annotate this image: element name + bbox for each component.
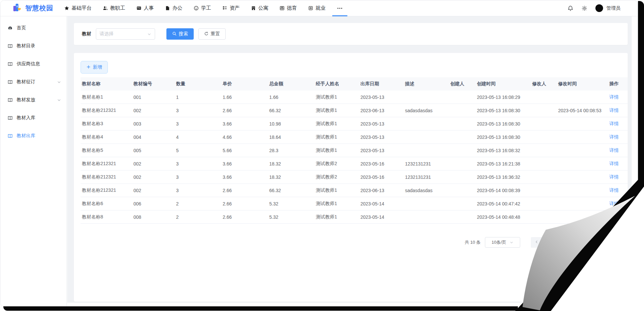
textbook-select[interactable]: 请选择 bbox=[96, 28, 155, 40]
detail-link[interactable]: 详情 bbox=[609, 187, 619, 193]
nav-item-学工[interactable]: 学工 bbox=[191, 0, 214, 16]
nav-item-公寓[interactable]: 公寓 bbox=[248, 0, 271, 16]
table-cell: 2.66 bbox=[221, 197, 268, 210]
table-cell bbox=[531, 144, 557, 157]
table-cell: 2023-05-13 16:21:38 bbox=[476, 157, 531, 170]
sidebar-item-教材发放[interactable]: 教材发放 bbox=[0, 91, 67, 109]
sidebar-item-教材出库[interactable]: 教材出库 bbox=[0, 127, 67, 145]
table-cell: 教材名称212321 bbox=[81, 157, 132, 170]
table-cell: 测试教师1 bbox=[315, 104, 359, 117]
book-icon bbox=[8, 116, 13, 121]
column-header-单价: 单价 bbox=[221, 77, 268, 91]
table-cell: 002 bbox=[132, 170, 175, 184]
sidebar-item-教材征订[interactable]: 教材征订 bbox=[0, 73, 67, 91]
table-cell-actions: 详情 bbox=[608, 144, 628, 157]
user-name[interactable]: 管理员 bbox=[606, 5, 620, 11]
column-header-教材编号: 教材编号 bbox=[132, 77, 175, 91]
sidebar-item-教材入库[interactable]: 教材入库 bbox=[0, 109, 67, 127]
table-cell: 测试教师1 bbox=[315, 184, 359, 197]
detail-link[interactable]: 详情 bbox=[609, 121, 619, 126]
table-cell: 001 bbox=[132, 91, 175, 104]
table-cell bbox=[404, 117, 449, 131]
detail-link[interactable]: 详情 bbox=[609, 148, 619, 153]
nav-item-教职工[interactable]: 教职工 bbox=[100, 0, 128, 16]
table-cell: 教材名称6 bbox=[81, 197, 132, 210]
table-row: 教材名称21232100232.6666.32测试教师12023-06-13sa… bbox=[81, 104, 628, 117]
sidebar-item-供应商信息[interactable]: 供应商信息 bbox=[0, 55, 67, 73]
table-cell: 测试教师1 bbox=[315, 131, 359, 144]
sidebar-item-教材目录[interactable]: 教材目录 bbox=[0, 37, 67, 55]
brand-name: 智慧校园 bbox=[25, 4, 53, 13]
table-cell-actions: 详情 bbox=[608, 184, 628, 197]
nav-item-label: 公寓 bbox=[258, 5, 268, 11]
table-cell: 2023-05-13 bbox=[359, 117, 404, 131]
table-cell: 66.32 bbox=[268, 104, 315, 117]
nav-item-就业[interactable]: 就业 bbox=[306, 0, 328, 16]
gear-icon[interactable] bbox=[581, 5, 587, 11]
search-button[interactable]: 搜索 bbox=[166, 28, 194, 40]
table-cell: 2023-05-14 00:47:42 bbox=[476, 197, 531, 210]
table-cell bbox=[557, 144, 608, 157]
table-card: 新增 教材名称教材编号数量单价总金额经手人姓名出库日期描述创建人创建时间修改人修… bbox=[74, 53, 628, 302]
table-cell: 004 bbox=[132, 131, 175, 144]
table-cell bbox=[531, 131, 557, 144]
table-cell: 2023-06-13 bbox=[359, 184, 404, 197]
detail-link[interactable]: 详情 bbox=[609, 94, 619, 100]
table-cell: 003 bbox=[132, 117, 175, 131]
book-icon bbox=[8, 134, 13, 139]
reset-button[interactable]: 重置 bbox=[198, 28, 226, 40]
nav-item-label: 教职工 bbox=[110, 5, 125, 11]
idcard-icon bbox=[136, 6, 141, 11]
table-cell bbox=[557, 157, 608, 170]
table-cell bbox=[449, 104, 476, 117]
brand-logo: 智慧校园 bbox=[12, 3, 53, 14]
brand-logo-icon bbox=[12, 3, 22, 14]
table-row: 教材名称21232100233.6618.32测试教师22023-05-1612… bbox=[81, 170, 628, 184]
detail-link[interactable]: 详情 bbox=[609, 134, 619, 140]
table-cell bbox=[531, 170, 557, 184]
page-size-value: 10条/页 bbox=[492, 239, 506, 245]
detail-link[interactable]: 详情 bbox=[609, 214, 619, 219]
table-cell: 2.66 bbox=[221, 210, 268, 224]
briefcase-icon bbox=[308, 6, 313, 11]
nav-item-德育[interactable]: 德育 bbox=[277, 0, 300, 16]
prev-page-button[interactable] bbox=[531, 237, 542, 248]
table-cell bbox=[531, 117, 557, 131]
detail-link[interactable]: 详情 bbox=[609, 174, 619, 179]
nav-item-办公[interactable]: 办公 bbox=[162, 0, 185, 16]
sidebar-item-label: 供应商信息 bbox=[17, 61, 40, 67]
table-cell: 2023-05-14 00:08:53 bbox=[557, 104, 608, 117]
add-button[interactable]: 新增 bbox=[81, 61, 108, 74]
table-cell-actions: 详情 bbox=[608, 170, 628, 184]
sidebar-item-首页[interactable]: 首页 bbox=[0, 19, 67, 37]
table-cell-actions: 详情 bbox=[608, 197, 628, 210]
nav-item-资产[interactable]: 资产 bbox=[220, 0, 242, 16]
table-row: 教材名称21232100232.6666.32测试教师12023-06-13sa… bbox=[81, 184, 628, 197]
nav-item-基础平台[interactable]: 基础平台 bbox=[62, 0, 94, 16]
table-cell: 4 bbox=[175, 131, 221, 144]
table-cell bbox=[531, 210, 557, 224]
table-cell: 18.32 bbox=[268, 157, 315, 170]
nav-item-label: 资产 bbox=[230, 5, 240, 11]
nav-item-人事[interactable]: 人事 bbox=[134, 0, 156, 16]
chevron-down-icon bbox=[57, 80, 61, 84]
detail-link[interactable]: 详情 bbox=[609, 161, 619, 166]
table-row: 教材名称800822.665.32测试教师12023-05-142023-05-… bbox=[81, 210, 628, 224]
bell-icon[interactable] bbox=[567, 5, 573, 11]
more-dots-icon bbox=[337, 5, 343, 11]
refresh-icon bbox=[204, 31, 209, 37]
table-cell bbox=[449, 91, 476, 104]
table-row: 教材名称21232100233.6618.32测试教师22023-05-1612… bbox=[81, 157, 628, 170]
user-avatar[interactable] bbox=[595, 4, 603, 12]
table-cell: 测试教师1 bbox=[315, 91, 359, 104]
nav-item-label: 人事 bbox=[144, 5, 154, 11]
table-header-row: 教材名称教材编号数量单价总金额经手人姓名出库日期描述创建人创建时间修改人修改时间… bbox=[81, 77, 628, 91]
nav-item-more[interactable] bbox=[334, 0, 345, 16]
document-icon bbox=[165, 6, 170, 11]
page-size-select[interactable]: 10条/页 bbox=[485, 237, 520, 248]
detail-link[interactable]: 详情 bbox=[609, 201, 619, 206]
detail-link[interactable]: 详情 bbox=[609, 108, 619, 113]
table-cell: 教材名称1 bbox=[81, 91, 132, 104]
column-header-出库日期: 出库日期 bbox=[359, 77, 404, 91]
table-cell bbox=[404, 210, 449, 224]
